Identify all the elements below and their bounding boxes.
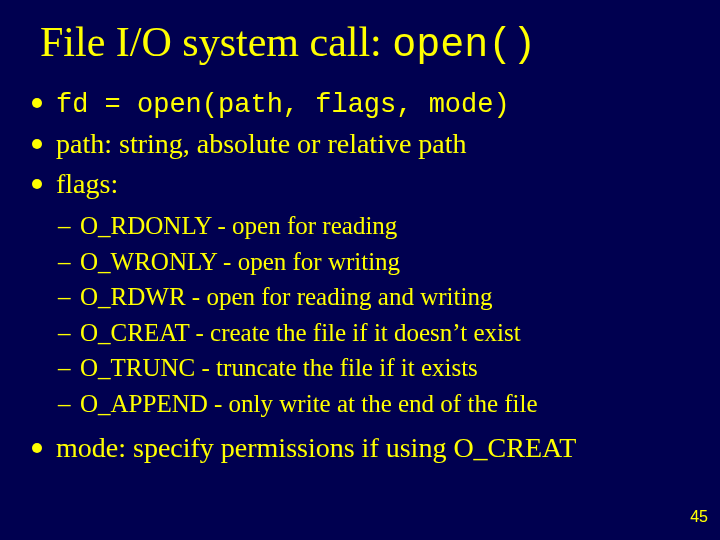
page-number: 45 [690,508,708,526]
flag-rdonly: O_RDONLY - open for reading [58,209,720,244]
flag-append: O_APPEND - only write at the end of the … [58,387,720,422]
bullet-path: path: string, absolute or relative path [28,125,690,163]
flags-sublist: O_RDONLY - open for reading O_WRONLY - o… [0,209,720,421]
bullet-flags: flags: [28,165,690,203]
main-bullet-list: fd = open(path, flags, mode) path: strin… [0,84,720,203]
flag-rdwr: O_RDWR - open for reading and writing [58,280,720,315]
slide-title: File I/O system call: open() [0,0,720,76]
title-text: File I/O system call: [40,19,392,65]
bullet-mode: mode: specify permissions if using O_CRE… [28,429,690,467]
code-signature: fd = open(path, flags, mode) [56,90,510,120]
bullet-signature: fd = open(path, flags, mode) [28,84,690,123]
flag-creat: O_CREAT - create the file if it doesn’t … [58,316,720,351]
title-code: open() [392,23,536,68]
flag-wronly: O_WRONLY - open for writing [58,245,720,280]
flag-trunc: O_TRUNC - truncate the file if it exists [58,351,720,386]
main-bullet-list-2: mode: specify permissions if using O_CRE… [0,429,720,467]
